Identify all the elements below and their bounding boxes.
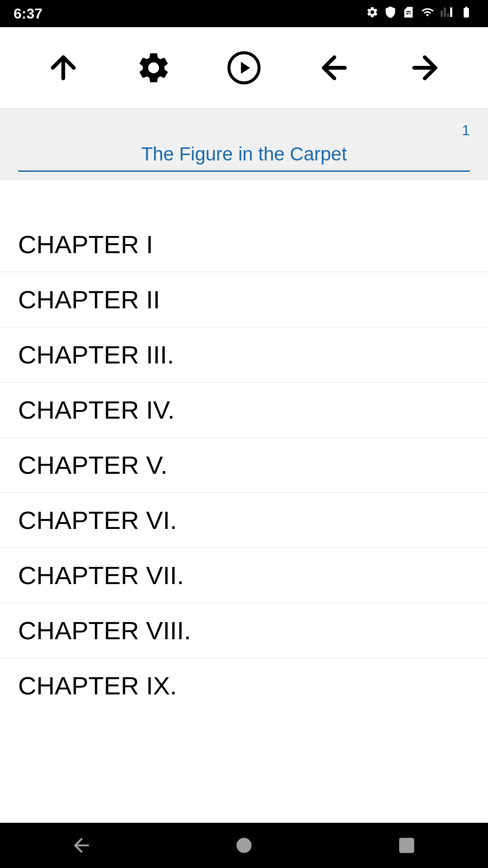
chapter-item[interactable]: CHAPTER II	[0, 272, 488, 327]
back-button[interactable]	[312, 45, 357, 90]
header: 1 The Figure in the Carpet	[0, 108, 488, 181]
nav-recents-button[interactable]	[380, 827, 434, 863]
status-icons	[366, 6, 474, 21]
page-number: 1	[18, 122, 470, 139]
chapter-item[interactable]: CHAPTER VII.	[0, 548, 488, 603]
forward-button[interactable]	[402, 45, 447, 90]
bottom-nav	[0, 823, 488, 868]
toolbar	[0, 27, 488, 108]
chapter-item[interactable]: CHAPTER V.	[0, 438, 488, 493]
svg-point-5	[236, 838, 251, 853]
nav-home-button[interactable]	[217, 827, 271, 863]
svg-rect-6	[399, 838, 414, 853]
signal-status-icon	[440, 6, 453, 21]
shield-status-icon	[384, 6, 397, 21]
sim-status-icon	[402, 6, 415, 21]
play-button[interactable]	[221, 45, 267, 90]
settings-button[interactable]	[131, 45, 176, 90]
battery-status-icon	[458, 6, 474, 21]
chapter-item[interactable]: CHAPTER I	[0, 217, 488, 272]
chapter-item[interactable]: CHAPTER IX.	[0, 658, 488, 713]
book-title: The Figure in the Carpet	[18, 143, 470, 172]
settings-status-icon	[366, 6, 379, 21]
status-bar: 6:37	[0, 0, 488, 27]
chapter-item[interactable]: CHAPTER III.	[0, 327, 488, 382]
up-button[interactable]	[41, 45, 86, 90]
svg-marker-2	[241, 61, 250, 74]
chapter-item[interactable]: CHAPTER VIII.	[0, 603, 488, 658]
status-time: 6:37	[14, 5, 42, 22]
chapter-list: CHAPTER ICHAPTER IICHAPTER III.CHAPTER I…	[0, 181, 488, 823]
chapter-item[interactable]: CHAPTER IV.	[0, 382, 488, 438]
chapter-item[interactable]: CHAPTER VI.	[0, 493, 488, 548]
nav-back-button[interactable]	[54, 827, 108, 863]
wifi-status-icon	[420, 6, 435, 21]
